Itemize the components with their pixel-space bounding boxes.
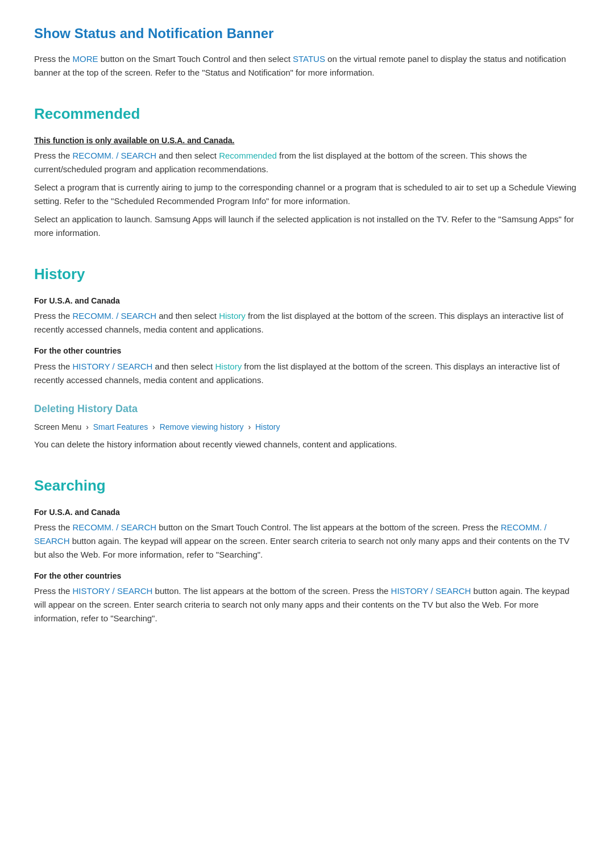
breadcrumb: Screen Menu › Smart Features › Remove vi… [34,421,580,433]
recommended-highlight: Recommended [219,151,277,160]
recommended-title: Recommended [34,102,580,126]
history-para1: Press the RECOMM. / SEARCH and then sele… [34,309,580,337]
searching-para2: Press the HISTORY / SEARCH button. The l… [34,584,580,625]
history-search-s2: HISTORY / SEARCH [391,586,471,596]
history-search-s1: HISTORY / SEARCH [73,586,153,596]
searching-subheading1: For U.S.A. and Canada [34,506,580,518]
history-search-hist2: HISTORY / SEARCH [73,362,153,371]
breadcrumb-text: Screen Menu [34,422,81,431]
history-link3[interactable]: History [255,422,280,431]
history-link1: History [219,311,246,321]
search-mid1a: button on the Smart Touch Control. The l… [159,522,500,532]
history-link2: History [215,362,242,371]
show-status-title: Show Status and Notification Banner [34,23,580,44]
more-highlight: MORE [73,54,98,64]
searching-para1: Press the RECOMM. / SEARCH button on the… [34,521,580,562]
history-subheading2: For the other countries [34,344,580,357]
smart-features-link[interactable]: Smart Features [93,422,148,431]
recommended-para1: Press the RECOMM. / SEARCH and then sele… [34,149,580,176]
hist-pre2: Press the [34,362,73,371]
deleting-body: You can delete the history information a… [34,438,580,451]
search-pre2: Press the [34,586,73,596]
searching-section: Searching For U.S.A. and Canada Press th… [34,474,580,625]
searching-title: Searching [34,474,580,498]
status-highlight: STATUS [293,54,325,64]
recommended-para2: Select a program that is currently airin… [34,181,580,208]
rec-mid1: and then select [159,151,219,160]
show-status-pre: Press the [34,54,73,64]
history-section: History For U.S.A. and Canada Press the … [34,263,580,387]
breadcrumb-sep2: › [152,422,157,431]
remove-viewing-history-link[interactable]: Remove viewing history [160,422,244,431]
hist-pre1: Press the [34,311,73,321]
history-subheading1: For U.S.A. and Canada [34,294,580,307]
hist-mid1: and then select [159,311,219,321]
recommended-para3: Select an application to launch. Samsung… [34,213,580,240]
search-mid2: button. The list appears at the bottom o… [155,586,391,596]
history-title: History [34,263,580,286]
hist-mid2: and then select [155,362,215,371]
breadcrumb-sep3: › [248,422,253,431]
show-status-mid: button on the Smart Touch Control and th… [101,54,293,64]
search-post1: button again. The keypad will appear on … [34,536,570,559]
recomm-search-highlight1: RECOMM. / SEARCH [73,151,157,160]
show-status-body: Press the MORE button on the Smart Touch… [34,52,580,80]
deleting-section: Deleting History Data Screen Menu › Smar… [34,401,580,451]
rec-pre1: Press the [34,151,73,160]
searching-subheading2: For the other countries [34,570,580,582]
breadcrumb-sep1: › [86,422,91,431]
recommended-section: Recommended This function is only availa… [34,102,580,240]
recomm-search-hist1: RECOMM. / SEARCH [73,311,157,321]
history-para2: Press the HISTORY / SEARCH and then sele… [34,360,580,387]
recomm-search-s1: RECOMM. / SEARCH [73,522,157,532]
deleting-title: Deleting History Data [34,401,580,417]
search-pre1: Press the [34,522,73,532]
show-status-section: Show Status and Notification Banner Pres… [34,23,580,80]
recommended-note: This function is only available on U.S.A… [34,134,580,147]
